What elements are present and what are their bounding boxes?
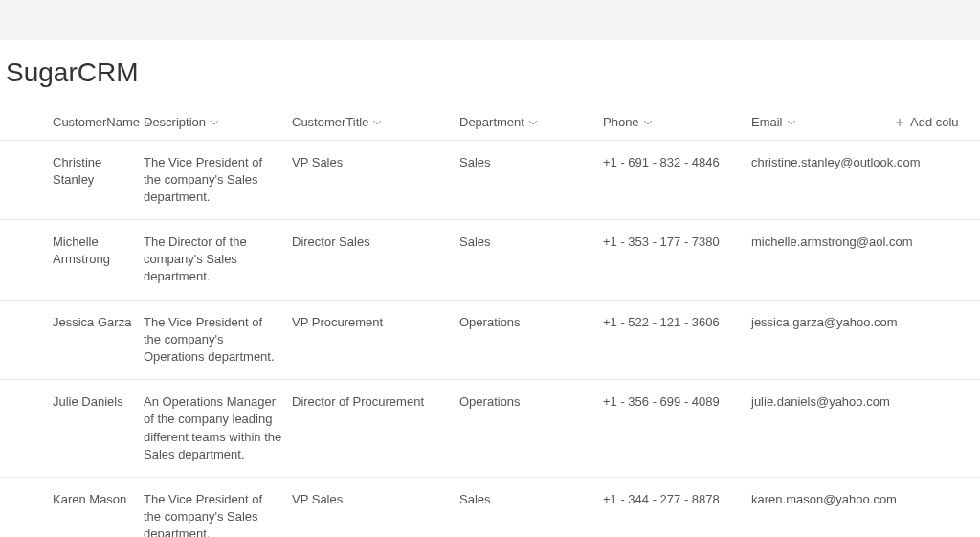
column-label: Description [144,115,206,129]
table-row[interactable]: Christine StanleyThe Vice President of t… [0,140,980,220]
chevron-down-icon [787,118,796,127]
top-bar [0,0,980,40]
plus-icon [895,118,904,127]
cell-phone: +1 - 522 - 121 - 3606 [603,300,751,380]
cell-description: The Vice President of the company's Sale… [144,140,292,220]
column-header-customertitle[interactable]: CustomerTitle [292,115,382,129]
add-column-button[interactable]: Add colu [895,115,959,129]
cell-customername: Karen Mason [0,477,144,537]
cell-department: Sales [459,140,603,220]
cell-customertitle: VP Procurement [292,300,459,380]
cell-customername: Jessica Garza [0,300,144,380]
cell-description: The Vice President of the company's Oper… [144,300,292,380]
column-label: CustomerName [53,115,140,129]
column-label: Phone [603,115,639,129]
table-container: CustomerName Description [0,105,980,537]
column-header-phone[interactable]: Phone [603,115,653,129]
cell-phone: +1 - 691 - 832 - 4846 [603,140,751,220]
cell-customertitle: VP Sales [292,140,459,220]
column-header-customername[interactable]: CustomerName [53,115,153,129]
cell-customertitle: VP Sales [292,477,459,537]
column-label: Department [459,115,524,129]
cell-phone: +1 - 353 - 177 - 7380 [603,220,751,301]
cell-customername: Michelle Armstrong [0,220,144,301]
cell-email: michelle.armstrong@aol.com [751,220,895,301]
table-row[interactable]: Julie DanielsAn Operations Manager of th… [0,380,980,478]
cell-customername: Christine Stanley [0,140,144,220]
table-row[interactable]: Jessica GarzaThe Vice President of the c… [0,300,980,380]
cell-department: Sales [459,220,603,301]
chevron-down-icon [210,118,219,127]
cell-empty [895,220,980,301]
cell-email: julie.daniels@yahoo.com [751,380,895,478]
chevron-down-icon [643,118,653,127]
cell-description: The Director of the company's Sales depa… [144,220,292,301]
cell-email: christine.stanley@outlook.com [751,140,895,220]
data-table: CustomerName Description [0,105,980,537]
cell-description: An Operations Manager of the company lea… [144,380,292,478]
cell-email: jessica.garza@yahoo.com [751,300,895,380]
chevron-down-icon [528,118,538,127]
cell-email: karen.mason@yahoo.com [751,477,895,537]
table-row[interactable]: Michelle ArmstrongThe Director of the co… [0,220,980,301]
cell-department: Operations [459,300,603,380]
cell-empty [895,300,980,380]
page-title: SugarCRM [0,40,980,105]
cell-customertitle: Director Sales [292,220,459,301]
cell-empty [895,380,980,478]
cell-phone: +1 - 344 - 277 - 8878 [603,477,751,537]
cell-department: Operations [459,380,603,478]
column-label: CustomerTitle [292,115,368,129]
chevron-down-icon [372,118,382,127]
cell-customername: Julie Daniels [0,380,144,478]
column-header-department[interactable]: Department [459,115,538,129]
cell-empty [895,477,980,537]
cell-description: The Vice President of the company's Sale… [144,477,292,537]
column-label: Email [751,115,783,129]
cell-empty [895,140,980,220]
add-column-label: Add colu [910,115,959,129]
cell-department: Sales [459,477,603,537]
column-header-email[interactable]: Email [751,115,796,129]
table-row[interactable]: Karen MasonThe Vice President of the com… [0,477,980,537]
column-header-description[interactable]: Description [144,115,219,129]
cell-customertitle: Director of Procurement [292,380,459,478]
cell-phone: +1 - 356 - 699 - 4089 [603,380,751,478]
